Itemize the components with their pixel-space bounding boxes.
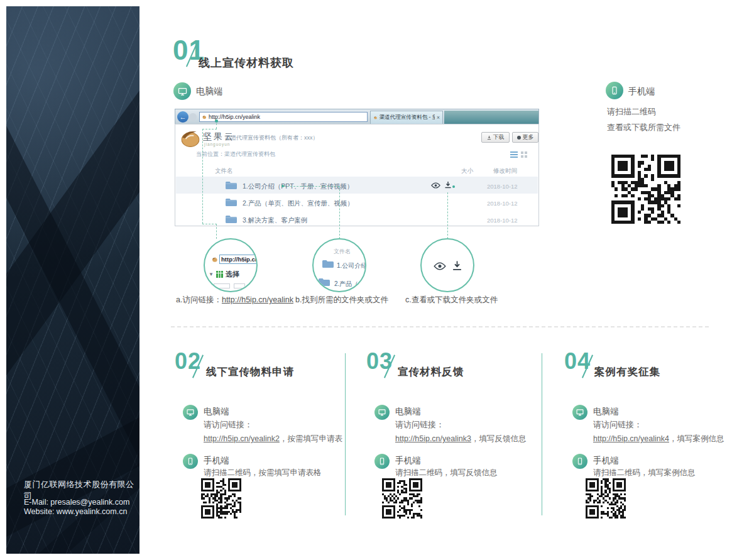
section4-title: 案例有奖征集 bbox=[594, 365, 660, 379]
connector-dot bbox=[215, 119, 218, 123]
phone-icon bbox=[183, 454, 198, 469]
back-icon: ← bbox=[177, 111, 188, 123]
file-date: 2018-10-12 bbox=[487, 200, 518, 207]
connector-line bbox=[202, 129, 217, 129]
phone-icon bbox=[572, 454, 587, 469]
more-button: 更多 bbox=[512, 132, 538, 143]
nut-icon bbox=[202, 114, 207, 119]
connector-line bbox=[339, 186, 340, 239]
folder-icon bbox=[225, 180, 238, 190]
caption-c: c.查看或下载文件夹或文件 bbox=[405, 295, 498, 305]
address-url: http://h5ip.cn/yealink bbox=[209, 114, 260, 120]
zoom-url-text: http://h5ip.cn/ye bbox=[219, 255, 258, 264]
folder-icon bbox=[225, 214, 238, 224]
caption-a-prefix: a.访问链接： bbox=[176, 295, 222, 304]
more-button-label: 更多 bbox=[523, 133, 534, 141]
sidebar-photo: 厦门亿联网络技术股份有限公司 E-Mail: presales@yealink.… bbox=[6, 6, 139, 554]
list-view-icon bbox=[510, 151, 518, 158]
mobile-instruction: 请扫描二维码，按需填写申请表格 bbox=[204, 468, 322, 478]
mobile-label: 手机端 bbox=[395, 455, 421, 466]
mobile-label: 手机端 bbox=[628, 86, 655, 97]
zoom-file-row: 1.公司介绍（P bbox=[337, 261, 366, 270]
more-icon bbox=[517, 136, 521, 140]
zoom-circle-link: http://h5ip.cn/ye ▼ 选择 bbox=[204, 238, 258, 292]
address-bar: http://h5ip.cn/yealink bbox=[199, 112, 368, 122]
section3-title: 宣传材料反馈 bbox=[398, 365, 464, 379]
folder-icon bbox=[225, 197, 238, 207]
apply-link[interactable]: http://h5ip.cn/yealink2 bbox=[204, 434, 280, 443]
folder-icon bbox=[322, 259, 334, 268]
feedback-link[interactable]: http://h5ip.cn/yealink3 bbox=[395, 434, 471, 443]
file-name: 3.解决方案、客户案例 bbox=[243, 216, 307, 225]
link-suffix: ，按需填写申请表 bbox=[280, 434, 342, 443]
zoom-decor bbox=[214, 283, 230, 288]
section-divider bbox=[171, 326, 709, 327]
mobile-label: 手机端 bbox=[593, 455, 619, 466]
column-divider bbox=[345, 353, 346, 515]
download-button: 下载 bbox=[481, 132, 510, 143]
caption-b: b.找到所需的文件夹或文件 bbox=[295, 295, 388, 305]
nut-icon bbox=[373, 115, 378, 120]
zoom-file-row: 2.产品（单 bbox=[334, 280, 364, 288]
zoom-select-label: 选择 bbox=[226, 270, 239, 279]
folder-icon bbox=[318, 277, 331, 287]
pc-label: 电脑端 bbox=[196, 86, 222, 97]
phone-icon bbox=[374, 454, 390, 469]
link-suffix: ，填写反馈信息 bbox=[471, 434, 527, 443]
phone-icon bbox=[606, 82, 623, 99]
pc-link-line: http://h5ip.cn/yealink2，按需填写申请表 bbox=[204, 434, 342, 444]
tab-close-icon: × bbox=[437, 114, 440, 121]
zoom-circle-actions bbox=[420, 238, 474, 292]
breadcrumb: 当前位置：渠道代理宣传资料包 bbox=[196, 150, 275, 158]
browser-chrome-bar: ← http://h5ip.cn/yealink 渠道代理宣传资料包 - 坚果.… bbox=[175, 109, 539, 124]
connector-line bbox=[284, 186, 339, 187]
company-email: E-Mail: presales@yealink.com bbox=[24, 498, 129, 507]
pc-label: 电脑端 bbox=[395, 406, 421, 417]
qr-code bbox=[382, 478, 422, 519]
column-modified: 修改时间 bbox=[493, 167, 517, 175]
section1-title: 线上宣传材料获取 bbox=[199, 55, 294, 70]
caption-a: a.访问链接：http://h5ip.cn/yealink bbox=[176, 295, 293, 305]
connector-line bbox=[216, 224, 217, 239]
file-date: 2018-10-12 bbox=[487, 217, 518, 224]
qr-code bbox=[201, 478, 241, 519]
section2-title: 线下宣传物料申请 bbox=[206, 365, 294, 379]
download-icon bbox=[487, 135, 491, 140]
tab-title: 渠道代理宣传资料包 - 坚果.. bbox=[380, 114, 435, 121]
grid-view-icon bbox=[521, 151, 527, 158]
mobile-instruction: 请扫描二维码，填写案例信息 bbox=[593, 468, 696, 478]
monitor-icon bbox=[173, 82, 191, 100]
monitor-icon bbox=[374, 405, 390, 420]
pc-link-line: http://h5ip.cn/yealink3，填写反馈信息 bbox=[395, 434, 526, 444]
connector-line bbox=[216, 123, 217, 129]
monitor-icon bbox=[183, 405, 198, 420]
browser-tab: 渠道代理宣传资料包 - 坚果.. × bbox=[370, 111, 443, 124]
zoom-col-header: 文件名 bbox=[334, 248, 351, 256]
forward-icon bbox=[189, 113, 197, 121]
mobile-instruction: 请扫描二维码，填写反馈信息 bbox=[395, 468, 498, 478]
eye-icon bbox=[434, 262, 446, 270]
pc-label: 电脑端 bbox=[204, 406, 229, 417]
download-button-label: 下载 bbox=[493, 133, 505, 141]
pc-link-line: http://h5ip.cn/yealink4，填写案例信息 bbox=[593, 434, 724, 444]
pc-instruction: 请访问链接： bbox=[593, 419, 642, 431]
nut-icon bbox=[211, 256, 218, 263]
jianguoyun-logo-icon bbox=[180, 128, 201, 148]
caption-a-link[interactable]: http://h5ip.cn/yealink bbox=[222, 295, 293, 304]
file-date: 2018-10-12 bbox=[487, 183, 518, 190]
pc-label: 电脑端 bbox=[593, 406, 619, 417]
mobile-instruction-1: 请扫描二维码 bbox=[607, 106, 656, 118]
company-website: Website: www.yealink.com.cn bbox=[24, 507, 127, 516]
qr-code bbox=[611, 155, 680, 224]
dropdown-arrow-icon: ▼ bbox=[209, 272, 214, 277]
pc-instruction: 请访问链接： bbox=[395, 419, 444, 431]
zoom-circle-files: 文件名 1.公司介绍（P 2.产品（单 bbox=[312, 238, 366, 292]
eye-icon bbox=[431, 182, 440, 189]
browser-titlebar-fill bbox=[444, 111, 538, 124]
link-suffix: ，填写案例信息 bbox=[669, 434, 724, 443]
column-divider bbox=[542, 353, 542, 515]
case-link[interactable]: http://h5ip.cn/yealink4 bbox=[593, 434, 669, 443]
connector-line bbox=[202, 129, 203, 224]
column-size: 大小 bbox=[461, 167, 473, 175]
download-icon bbox=[444, 181, 452, 189]
